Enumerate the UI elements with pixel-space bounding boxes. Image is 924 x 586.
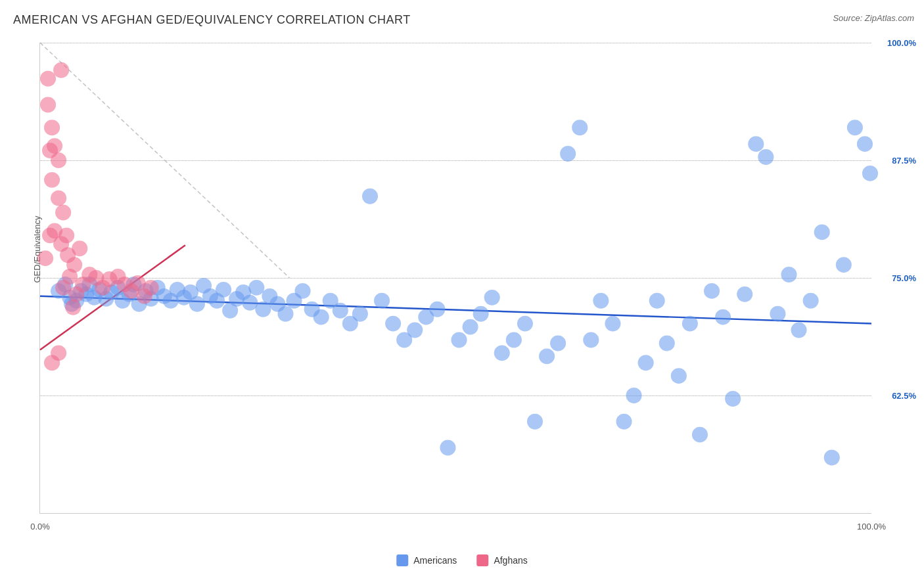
svg-point-64 bbox=[517, 316, 533, 332]
svg-point-93 bbox=[836, 257, 852, 273]
svg-point-52 bbox=[385, 316, 401, 332]
svg-point-89 bbox=[791, 323, 807, 338]
svg-point-51 bbox=[374, 293, 390, 309]
svg-point-126 bbox=[53, 62, 69, 78]
svg-point-75 bbox=[638, 355, 654, 371]
svg-point-90 bbox=[803, 293, 819, 309]
svg-point-78 bbox=[671, 368, 687, 384]
svg-point-60 bbox=[473, 306, 489, 322]
y-label-875: 87.5% bbox=[892, 156, 916, 166]
svg-point-37 bbox=[248, 280, 264, 296]
svg-point-125 bbox=[40, 71, 56, 87]
svg-point-69 bbox=[572, 120, 588, 135]
svg-point-94 bbox=[847, 120, 863, 135]
svg-point-50 bbox=[362, 189, 378, 204]
svg-point-129 bbox=[58, 227, 74, 243]
svg-point-45 bbox=[313, 309, 329, 325]
svg-point-127 bbox=[42, 227, 58, 243]
svg-point-92 bbox=[824, 450, 840, 466]
bottom-label-afghans: Afghans bbox=[494, 555, 527, 566]
svg-point-76 bbox=[649, 293, 665, 309]
svg-point-87 bbox=[770, 306, 785, 322]
svg-point-56 bbox=[429, 302, 445, 317]
svg-point-83 bbox=[725, 391, 741, 407]
y-label-100: 100.0% bbox=[887, 38, 916, 48]
svg-point-73 bbox=[616, 414, 632, 430]
svg-point-41 bbox=[277, 306, 293, 322]
chart-container: AMERICAN VS AFGHAN GED/EQUIVALENCY CORRE… bbox=[0, 0, 924, 586]
svg-point-72 bbox=[605, 316, 620, 332]
svg-point-84 bbox=[737, 286, 752, 302]
svg-point-128 bbox=[37, 250, 53, 266]
y-label-75: 75.0% bbox=[892, 273, 916, 283]
svg-point-82 bbox=[715, 309, 731, 325]
svg-point-65 bbox=[527, 414, 543, 430]
svg-point-67 bbox=[550, 336, 566, 351]
svg-point-103 bbox=[55, 205, 71, 221]
svg-point-95 bbox=[857, 136, 873, 152]
svg-point-47 bbox=[333, 303, 348, 319]
svg-point-124 bbox=[42, 143, 58, 158]
svg-point-102 bbox=[51, 191, 66, 206]
svg-point-57 bbox=[440, 440, 455, 456]
svg-point-121 bbox=[143, 280, 159, 296]
svg-point-96 bbox=[862, 166, 878, 181]
svg-point-86 bbox=[758, 149, 774, 165]
svg-point-98 bbox=[44, 120, 60, 135]
svg-point-71 bbox=[593, 293, 609, 309]
x-label-0: 0.0% bbox=[30, 522, 50, 531]
svg-point-59 bbox=[463, 319, 478, 335]
svg-point-85 bbox=[748, 136, 764, 152]
svg-point-61 bbox=[484, 290, 500, 305]
svg-point-101 bbox=[44, 172, 60, 188]
svg-point-58 bbox=[451, 332, 467, 348]
x-label-100: 100.0% bbox=[857, 522, 886, 531]
svg-point-74 bbox=[626, 388, 642, 403]
chart-area: GED/Equivalency 100.0% 87.5% 75.0% 62.5%… bbox=[39, 43, 871, 514]
svg-point-81 bbox=[704, 283, 720, 299]
bottom-label-americans: Americans bbox=[413, 555, 457, 566]
chart-title: AMERICAN VS AFGHAN GED/EQUIVALENCY CORRE… bbox=[13, 13, 411, 27]
source-text: Source: ZipAtlas.com bbox=[833, 13, 914, 23]
bottom-swatch-americans bbox=[396, 554, 408, 566]
svg-point-91 bbox=[814, 224, 830, 240]
svg-point-80 bbox=[692, 427, 708, 443]
svg-point-130 bbox=[72, 240, 87, 256]
svg-point-79 bbox=[682, 316, 698, 332]
svg-point-63 bbox=[506, 332, 522, 348]
svg-point-32 bbox=[216, 282, 231, 298]
svg-point-68 bbox=[560, 146, 576, 162]
svg-point-77 bbox=[659, 336, 675, 351]
scatter-plot bbox=[40, 43, 871, 513]
bottom-legend-americans: Americans bbox=[396, 554, 457, 566]
svg-point-131 bbox=[65, 300, 81, 315]
svg-point-62 bbox=[494, 345, 510, 361]
svg-point-97 bbox=[40, 97, 56, 113]
svg-point-54 bbox=[407, 323, 423, 338]
svg-point-49 bbox=[352, 306, 368, 322]
svg-point-43 bbox=[295, 283, 311, 299]
bottom-legend: Americans Afghans bbox=[396, 554, 528, 566]
svg-point-123 bbox=[44, 355, 60, 371]
svg-point-70 bbox=[583, 332, 599, 348]
bottom-legend-afghans: Afghans bbox=[476, 554, 527, 566]
bottom-swatch-afghans bbox=[476, 554, 488, 566]
svg-point-28 bbox=[189, 296, 205, 312]
svg-point-88 bbox=[781, 267, 797, 282]
svg-point-66 bbox=[539, 348, 555, 364]
y-label-625: 62.5% bbox=[892, 391, 916, 401]
